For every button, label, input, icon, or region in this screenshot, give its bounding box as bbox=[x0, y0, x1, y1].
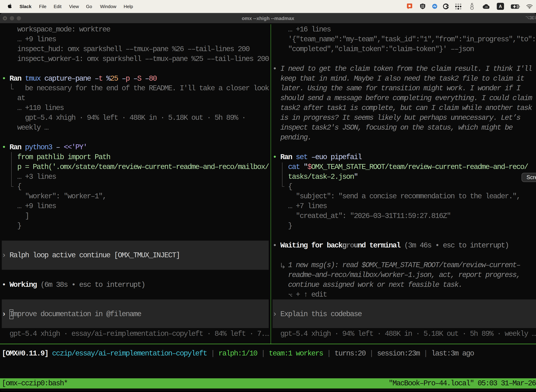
svg-text:1: 1 bbox=[534, 15, 536, 20]
svg-text:A: A bbox=[499, 4, 502, 9]
svg-text:..61: ..61 bbox=[484, 6, 488, 8]
